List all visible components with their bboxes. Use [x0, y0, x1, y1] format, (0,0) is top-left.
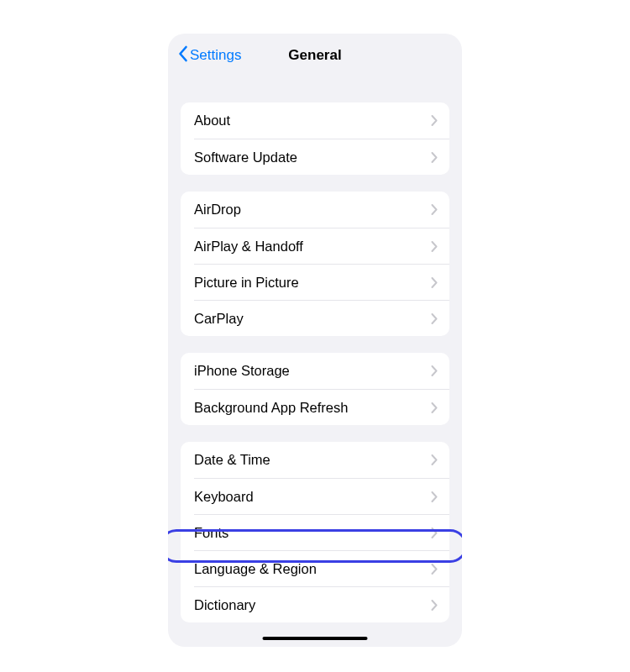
chevron-right-icon: [431, 152, 438, 163]
item-label: Fonts: [194, 525, 228, 541]
chevron-right-icon: [431, 600, 438, 611]
item-label: Dictionary: [194, 597, 255, 613]
back-button[interactable]: Settings: [178, 45, 241, 66]
item-picture-in-picture[interactable]: Picture in Picture: [181, 264, 449, 300]
item-label: AirDrop: [194, 202, 241, 218]
settings-general-screen: Settings General About Software Update A…: [168, 34, 462, 647]
item-iphone-storage[interactable]: iPhone Storage: [181, 353, 449, 389]
item-software-update[interactable]: Software Update: [181, 139, 449, 175]
chevron-right-icon: [431, 204, 438, 215]
item-label: AirPlay & Handoff: [194, 239, 303, 255]
item-language-region[interactable]: Language & Region: [181, 550, 449, 586]
item-label: About: [194, 113, 230, 129]
home-indicator[interactable]: [263, 637, 368, 641]
chevron-right-icon: [431, 241, 438, 252]
chevron-right-icon: [431, 277, 438, 288]
chevron-right-icon: [431, 454, 438, 465]
item-label: Date & Time: [194, 452, 270, 468]
item-label: Picture in Picture: [194, 275, 299, 291]
chevron-right-icon: [431, 115, 438, 126]
item-airdrop[interactable]: AirDrop: [181, 192, 449, 228]
item-background-app-refresh[interactable]: Background App Refresh: [181, 389, 449, 425]
chevron-right-icon: [431, 313, 438, 324]
item-airplay-handoff[interactable]: AirPlay & Handoff: [181, 228, 449, 264]
item-dictionary[interactable]: Dictionary: [181, 586, 449, 622]
item-fonts[interactable]: Fonts: [181, 514, 449, 550]
chevron-left-icon: [178, 45, 188, 66]
page-title: General: [288, 47, 341, 64]
nav-header: Settings General: [168, 34, 462, 77]
back-label: Settings: [190, 47, 241, 64]
item-label: iPhone Storage: [194, 363, 290, 379]
group-system: About Software Update: [181, 102, 449, 175]
chevron-right-icon: [431, 564, 438, 575]
chevron-right-icon: [431, 528, 438, 538]
item-date-time[interactable]: Date & Time: [181, 442, 449, 478]
group-localization: Date & Time Keyboard Fonts Language & Re…: [181, 442, 449, 622]
item-label: Language & Region: [194, 561, 317, 577]
settings-list: About Software Update AirDrop AirPlay & …: [168, 102, 462, 622]
group-continuity: AirDrop AirPlay & Handoff Picture in Pic…: [181, 192, 449, 336]
item-label: CarPlay: [194, 311, 244, 327]
item-carplay[interactable]: CarPlay: [181, 300, 449, 336]
item-label: Keyboard: [194, 489, 254, 505]
item-about[interactable]: About: [181, 102, 449, 139]
item-label: Software Update: [194, 150, 297, 165]
chevron-right-icon: [431, 491, 438, 502]
item-keyboard[interactable]: Keyboard: [181, 478, 449, 514]
item-label: Background App Refresh: [194, 400, 348, 416]
group-storage: iPhone Storage Background App Refresh: [181, 353, 449, 425]
chevron-right-icon: [431, 365, 438, 376]
chevron-right-icon: [431, 402, 438, 413]
